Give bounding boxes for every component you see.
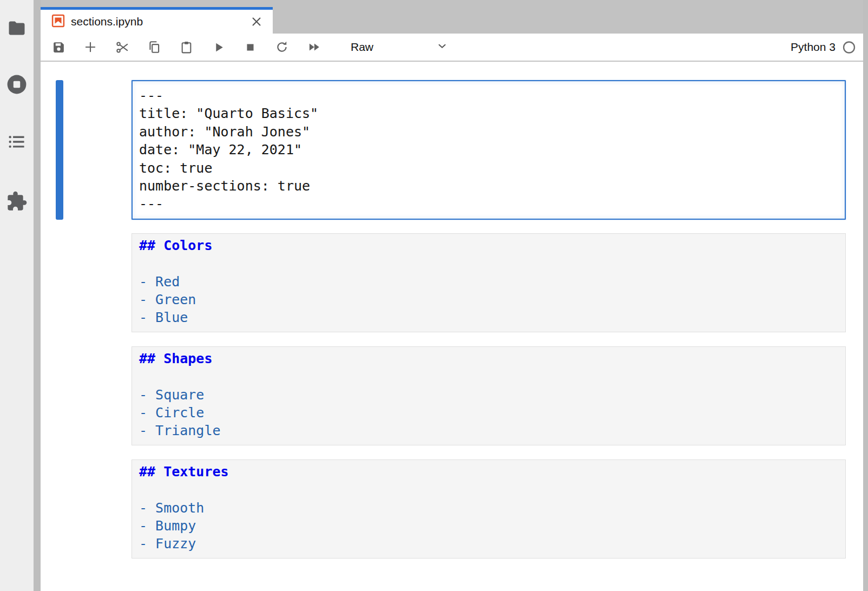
markdown-cell-shapes: ## Shapes - Square - Circle - Triangle	[131, 346, 846, 445]
paste-icon[interactable]	[179, 40, 193, 54]
extension-manager-icon[interactable]	[0, 186, 34, 216]
markdown-list-item: - Triangle	[139, 422, 838, 439]
chevron-down-icon	[436, 40, 448, 54]
notebook-icon	[51, 14, 65, 30]
cell-collapser[interactable]	[56, 459, 63, 559]
markdown-list-item: - Smooth	[139, 499, 838, 517]
markdown-list-item: - Bumpy	[139, 517, 838, 535]
markdown-cell-textures: ## Textures - Smooth - Bumpy - Fuzzy	[131, 459, 846, 559]
code-line: author: "Norah Jones"	[139, 123, 838, 141]
code-line: date: "May 22, 2021"	[139, 141, 838, 159]
cell-collapser[interactable]	[56, 80, 63, 220]
kernel-status-icon[interactable]	[842, 40, 856, 54]
blank-line	[139, 254, 838, 272]
code-line: number-sections: true	[139, 177, 838, 195]
run-icon[interactable]	[211, 40, 225, 54]
blank-line	[139, 367, 838, 385]
cell-type-value: Raw	[351, 41, 373, 54]
tab-title: sections.ipynb	[71, 15, 250, 28]
code-line: ---	[139, 87, 838, 104]
markdown-list-item: - Circle	[139, 404, 838, 422]
kernel-area: Python 3	[791, 40, 863, 54]
markdown-list-item: - Fuzzy	[139, 535, 838, 553]
markdown-cell-editor[interactable]: ## Colors - Red - Green - Blue	[131, 233, 846, 332]
sidebar-splitter-handle[interactable]	[34, 0, 41, 591]
activity-sidebar	[0, 0, 34, 591]
code-line: ---	[139, 195, 838, 213]
markdown-heading: ## Colors	[139, 237, 838, 254]
markdown-heading: ## Textures	[139, 463, 838, 481]
notebook-scroll-area: --- title: "Quarto Basics" author: "Nora…	[41, 62, 863, 591]
main-area: sections.ipynb	[41, 0, 863, 591]
close-icon[interactable]	[250, 15, 263, 28]
notebook-tab[interactable]: sections.ipynb	[41, 7, 273, 34]
file-browser-icon[interactable]	[0, 13, 34, 43]
blank-line	[139, 481, 838, 498]
raw-cell: --- title: "Quarto Basics" author: "Nora…	[131, 80, 846, 220]
restart-kernel-icon[interactable]	[275, 40, 289, 54]
stop-icon[interactable]	[243, 40, 257, 54]
markdown-list-item: - Blue	[139, 308, 838, 326]
markdown-list-item: - Green	[139, 291, 838, 308]
raw-cell-editor[interactable]: --- title: "Quarto Basics" author: "Nora…	[131, 80, 846, 220]
kernel-name[interactable]: Python 3	[791, 41, 836, 54]
running-sessions-icon[interactable]	[0, 69, 34, 100]
code-line: title: "Quarto Basics"	[139, 104, 838, 122]
dock-tab-bar: sections.ipynb	[41, 0, 863, 34]
copy-icon[interactable]	[147, 40, 161, 54]
table-of-contents-icon[interactable]	[0, 127, 34, 157]
scrollbar-gutter[interactable]	[863, 0, 868, 591]
markdown-list-item: - Square	[139, 386, 838, 404]
markdown-cell-editor[interactable]: ## Shapes - Square - Circle - Triangle	[131, 346, 846, 445]
add-cell-icon[interactable]	[83, 40, 97, 54]
cell-type-dropdown[interactable]: Raw	[347, 37, 451, 57]
save-icon[interactable]	[51, 40, 65, 54]
markdown-cell-editor[interactable]: ## Textures - Smooth - Bumpy - Fuzzy	[131, 459, 846, 559]
notebook-toolbar: Raw Python 3	[41, 34, 863, 62]
code-line: toc: true	[139, 159, 838, 177]
markdown-cell-colors: ## Colors - Red - Green - Blue	[131, 233, 846, 332]
cell-collapser[interactable]	[56, 233, 63, 332]
cut-icon[interactable]	[115, 40, 129, 54]
markdown-heading: ## Shapes	[139, 350, 838, 367]
cell-collapser[interactable]	[56, 346, 63, 445]
markdown-list-item: - Red	[139, 273, 838, 291]
fast-forward-icon[interactable]	[307, 40, 321, 54]
